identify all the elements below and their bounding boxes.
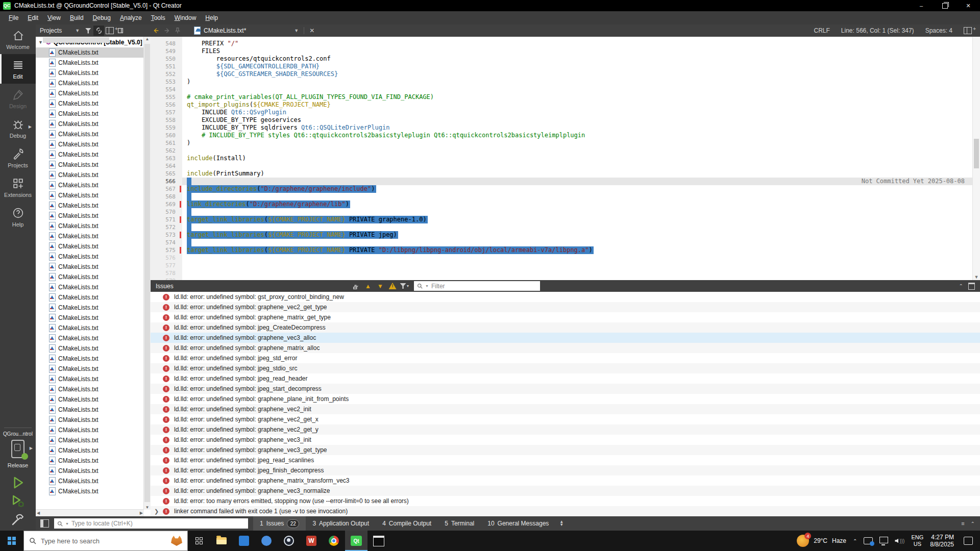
issue-row[interactable]: !ld.lld: error: undefined symbol: graphe… [151, 343, 980, 353]
line-number[interactable]: 548 [151, 40, 182, 47]
line-number[interactable]: 572 [151, 223, 182, 231]
issue-row[interactable]: !ld.lld: error: undefined symbol: jpeg_f… [151, 465, 980, 475]
projects-hscroll-thumb[interactable] [43, 37, 109, 43]
task-view-icon[interactable] [188, 531, 210, 551]
line-number[interactable]: 564 [151, 162, 182, 170]
build-button[interactable] [8, 510, 28, 529]
close-button[interactable]: ✕ [957, 0, 980, 11]
menu-window[interactable]: Window [170, 14, 201, 21]
output-pane-compile-output[interactable]: 4Compile Output [376, 516, 438, 531]
minimize-button[interactable]: – [910, 0, 933, 11]
line-number[interactable]: 560 [151, 132, 182, 139]
line-number[interactable]: 557 [151, 109, 182, 116]
weather-widget[interactable]: 29°C Haze [797, 535, 846, 547]
line-number[interactable]: 561 [151, 139, 182, 147]
issue-row[interactable]: !ld.lld: error: undefined symbol: graphe… [151, 394, 980, 404]
tree-row-cmakelists[interactable]: CMakeLists.txt [36, 201, 151, 211]
tree-row-cmakelists[interactable]: CMakeLists.txt [36, 384, 151, 394]
close-document-button[interactable]: ✕ [309, 27, 314, 34]
tree-row-cmakelists[interactable]: CMakeLists.txt [36, 456, 151, 466]
line-number[interactable]: 567 [151, 185, 182, 193]
line-number[interactable]: 565 [151, 170, 182, 178]
code-editor[interactable]: 5485495505515525535545555565575585595605… [151, 37, 980, 280]
issue-row[interactable]: ❯!linker command failed with exit code 1… [151, 506, 980, 516]
clear-issues-button[interactable] [350, 280, 362, 292]
line-number[interactable]: 568 [151, 193, 182, 201]
menu-file[interactable]: File [4, 14, 23, 21]
code-line-558[interactable]: EXCLUDE_BY_TYPE geoservices [182, 116, 980, 124]
line-number[interactable]: 566 [151, 178, 182, 185]
tree-row-cmakelists[interactable]: CMakeLists.txt [36, 405, 151, 415]
line-number[interactable]: 563 [151, 155, 182, 162]
go-forward-button[interactable] [161, 26, 172, 36]
code-line-550[interactable]: resources/qtquickcontrols2.conf [182, 55, 980, 63]
filter-issues-button[interactable]: ▼ [399, 280, 411, 292]
code-line-575[interactable]: target_link_libraries(${CMAKE_PROJECT_NA… [182, 246, 980, 254]
tree-row-cmakelists[interactable]: CMakeLists.txt [36, 313, 151, 323]
document-dropdown-icon[interactable]: ▼ [294, 28, 299, 33]
line-number[interactable]: 553 [151, 78, 182, 86]
code-line-565[interactable]: include(PrintSummary) [182, 170, 980, 178]
issue-row[interactable]: !ld.lld: error: undefined symbol: graphe… [151, 414, 980, 424]
line-number[interactable]: 559 [151, 124, 182, 132]
line-number[interactable]: 574 [151, 239, 182, 246]
tree-row-cmakelists[interactable]: CMakeLists.txt [36, 252, 151, 262]
code-line-560[interactable]: # INCLUDE_BY_TYPE styles Qt6::qtquickcon… [182, 132, 980, 139]
tree-row-cmakelists[interactable]: CMakeLists.txt [36, 354, 151, 364]
line-number[interactable]: 573 [151, 231, 182, 239]
code-line-562[interactable] [182, 147, 980, 155]
mode-extensions[interactable]: Extensions [0, 172, 36, 202]
go-back-button[interactable] [151, 26, 161, 36]
mode-edit[interactable]: Edit [0, 54, 36, 84]
issue-row[interactable]: !ld.lld: error: undefined symbol: jpeg_r… [151, 373, 980, 384]
tree-row-cmakelists[interactable]: CMakeLists.txt [36, 119, 151, 129]
menu-edit[interactable]: Edit [23, 14, 43, 21]
code-line-566[interactable]: Not Committed Yet 2025-08-08 [182, 178, 980, 185]
code-line-559[interactable]: INCLUDE_BY_TYPE sqldrivers Qt6::QSQLiteD… [182, 124, 980, 132]
restore-button[interactable] [933, 0, 957, 11]
tree-row-cmakelists[interactable]: CMakeLists.txt [36, 129, 151, 139]
progress-indicator-icon[interactable]: ⌃ [971, 521, 975, 527]
issue-row[interactable]: !ld.lld: error: undefined symbol: graphe… [151, 404, 980, 414]
mode-welcome[interactable]: Welcome [0, 24, 36, 54]
menu-build[interactable]: Build [65, 14, 88, 21]
tree-row-cmakelists[interactable]: CMakeLists.txt [36, 303, 151, 313]
editor-vertical-scrollbar[interactable]: ▼ [972, 37, 980, 280]
tree-row-cmakelists[interactable]: CMakeLists.txt [36, 394, 151, 405]
tree-row-cmakelists[interactable]: CMakeLists.txt [36, 109, 151, 119]
line-number[interactable]: 551 [151, 63, 182, 70]
code-line-571[interactable]: target_link_libraries(${CMAKE_PROJECT_NA… [182, 216, 980, 223]
output-pane-application-output[interactable]: 3Application Output [306, 516, 376, 531]
tree-row-cmakelists[interactable]: CMakeLists.txt [36, 333, 151, 343]
output-pane-issues[interactable]: 1Issues22 [253, 516, 306, 531]
code-line-576[interactable] [182, 254, 980, 262]
code-line-577[interactable] [182, 262, 980, 269]
projects-vscroll-thumb[interactable] [144, 44, 150, 502]
indentation-selector[interactable]: Spaces: 4 [925, 27, 952, 34]
line-number[interactable]: 552 [151, 70, 182, 78]
tree-row-cmakelists[interactable]: CMakeLists.txt [36, 435, 151, 445]
code-line-563[interactable]: include(Install) [182, 155, 980, 162]
line-ending-selector[interactable]: CRLF [814, 27, 830, 34]
mode-help[interactable]: Help [0, 202, 36, 232]
toggle-left-sidebar-button[interactable] [40, 519, 49, 528]
tree-row-cmakelists[interactable]: CMakeLists.txt [36, 88, 151, 98]
tree-row-cmakelists[interactable]: CMakeLists.txt [36, 343, 151, 354]
tree-row-cmakelists[interactable]: CMakeLists.txt [36, 425, 151, 435]
code-line-554[interactable] [182, 86, 980, 93]
hidden-icons-chevron[interactable]: ⌃ [853, 538, 857, 544]
menu-help[interactable]: Help [201, 14, 223, 21]
word-app-icon[interactable]: W [300, 531, 323, 551]
issue-row[interactable]: !ld.lld: error: undefined symbol: graphe… [151, 333, 980, 343]
scroll-down-arrow-icon[interactable]: ▼ [973, 274, 980, 280]
tree-row-cmakelists[interactable]: CMakeLists.txt [36, 170, 151, 180]
notification-center-icon[interactable] [964, 537, 973, 545]
issue-row[interactable]: !ld.lld: error: undefined symbol: graphe… [151, 424, 980, 435]
issue-row[interactable]: !ld.lld: error: undefined symbol: jpeg_s… [151, 384, 980, 394]
menu-view[interactable]: View [43, 14, 65, 21]
tree-row-cmakelists[interactable]: CMakeLists.txt [36, 58, 151, 68]
line-number[interactable]: 575 [151, 246, 182, 254]
tree-row-cmakelists[interactable]: CMakeLists.txt [36, 272, 151, 282]
language-indicator[interactable]: ENGUS [911, 534, 923, 547]
menu-debug[interactable]: Debug [88, 14, 115, 21]
